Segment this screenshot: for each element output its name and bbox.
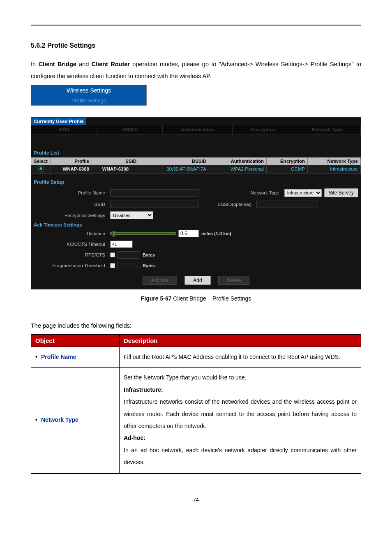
- network-type-select[interactable]: Infrastructure: [284, 189, 322, 197]
- label-ssid: SSID: [34, 202, 108, 207]
- currently-used-title: Currently Used Profile: [31, 118, 86, 125]
- distance-slider[interactable]: [110, 232, 176, 235]
- label-bssid-optional: BSSID(optional): [218, 202, 254, 207]
- ack-title: Ack Timeout Settings: [31, 221, 361, 228]
- pl-hdr-bssid: BSSID: [139, 157, 209, 165]
- pl-ssid: WNAP-6308: [92, 165, 139, 173]
- pl-hdr-select: Select: [31, 157, 51, 165]
- label-profile-name: Profile Name: [34, 190, 108, 195]
- label-frag: Fragmentation Threshold: [34, 263, 108, 268]
- page-number: -74-: [31, 497, 361, 503]
- profile-list-title: Profile List: [31, 145, 361, 157]
- label-ackcts: ACK/CTS Timeout: [34, 242, 108, 247]
- rtscts-unit: Bytes: [143, 252, 155, 257]
- pl-auth: WPA2-Personal: [209, 165, 267, 173]
- encryption-select[interactable]: Disabled: [110, 211, 153, 219]
- profile-setup-title: Profile Setup: [31, 173, 361, 187]
- frag-input[interactable]: [118, 262, 140, 269]
- rtscts-input[interactable]: [118, 251, 140, 259]
- label-distance: Distance: [34, 231, 108, 236]
- delete-button[interactable]: Delete: [218, 276, 250, 285]
- profile-settings-panel: Currently Used Profile SSID BSSID Authen…: [31, 117, 361, 289]
- pl-hdr-profile: Profile: [51, 157, 92, 165]
- desc-network-type: Set the Network Type that you would like…: [120, 368, 361, 473]
- bssid-input[interactable]: [256, 201, 318, 208]
- obj-profile-name: • Profile Name: [31, 347, 120, 368]
- label-rtscts: RTS/CTS: [34, 252, 108, 257]
- label-encryption: Encryption Settings: [34, 213, 108, 218]
- profile-radio[interactable]: [39, 166, 43, 171]
- fields-intro: The page includes the following fields:: [31, 322, 361, 329]
- table-row[interactable]: WNAP-6308 WNAP-6308 00:30:4F:60:AF:7A WP…: [31, 165, 361, 173]
- rtscts-checkbox[interactable]: [110, 252, 115, 257]
- pl-hdr-enc: Encryption: [267, 157, 308, 165]
- activate-button[interactable]: Activate: [143, 276, 178, 285]
- cu-hdr-auth: Authentication: [163, 125, 233, 134]
- profile-name-input[interactable]: [110, 189, 198, 197]
- pl-bssid: 00:30:4F:60:AF:7A: [139, 165, 209, 173]
- cu-hdr-ssid: SSID: [31, 125, 97, 134]
- frag-unit: Bytes: [143, 263, 155, 268]
- intro-paragraph: In Client Bridge and Client Router opera…: [31, 58, 361, 82]
- ackcts-input[interactable]: [110, 240, 133, 248]
- site-survey-button[interactable]: Site Survey: [324, 188, 358, 197]
- distance-unit: miles (1.0 km): [201, 231, 231, 236]
- tab-wireless-settings[interactable]: Wireless Settings: [31, 85, 147, 96]
- frag-checkbox[interactable]: [110, 263, 115, 268]
- th-object: Object: [31, 334, 120, 347]
- pl-hdr-ssid: SSID: [92, 157, 139, 165]
- pl-hdr-auth: Authentication: [209, 157, 267, 165]
- distance-value-input[interactable]: [178, 230, 199, 237]
- cu-hdr-bssid: BSSID: [97, 125, 163, 134]
- tab-profile-settings[interactable]: Profile Settings: [31, 96, 147, 106]
- ssid-input[interactable]: [110, 201, 198, 208]
- cu-hdr-net: Network Type: [294, 125, 361, 134]
- section-heading: 5.6.2 Profile Settings: [31, 42, 361, 49]
- pl-profile: WNAP-6308: [51, 165, 92, 173]
- label-network-type: Network Type: [251, 190, 282, 195]
- pl-net: Infrastructure: [308, 165, 361, 173]
- pl-hdr-net: Network Type: [308, 157, 361, 165]
- th-description: Description: [120, 334, 361, 347]
- cu-hdr-enc: Encryption: [233, 125, 294, 134]
- desc-profile-name: Fill out the Root AP's MAC Address enabl…: [120, 347, 361, 368]
- add-button[interactable]: Add: [184, 276, 210, 285]
- pl-enc: CCMP: [267, 165, 308, 173]
- definition-table: Object Description • Profile Name Fill o…: [31, 334, 361, 473]
- figure-caption: Figure 5-67 Client Bridge – Profile Sett…: [31, 289, 361, 317]
- obj-network-type: • Network Type: [31, 368, 120, 473]
